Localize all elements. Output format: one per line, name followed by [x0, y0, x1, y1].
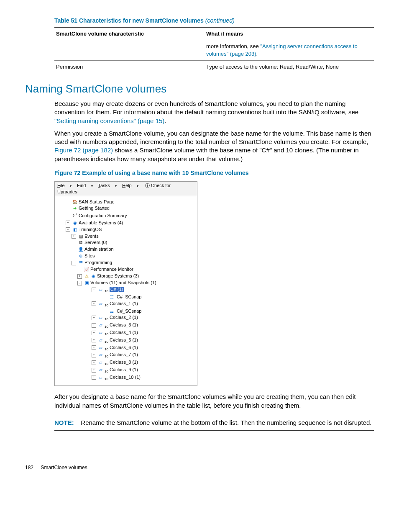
page-number: 182	[25, 465, 33, 470]
collapse-icon[interactable]: -	[66, 227, 70, 232]
tree-item-servers[interactable]: 🖥Servers (0)	[56, 239, 195, 246]
tree-item-events[interactable]: +▤Events	[56, 233, 195, 240]
tree-item-san-status[interactable]: 🏠SAN Status Page	[56, 199, 195, 206]
tree-item-volume-c6[interactable]: +▱10 C#class_6 (1)	[56, 344, 195, 352]
cell-text: more information, see	[206, 43, 260, 49]
table-row: Permission Type of access to the volume:…	[54, 60, 374, 73]
link-naming-conventions[interactable]: "Setting naming conventions" (page 15)	[54, 117, 164, 124]
paragraph: After you designate a base name for the …	[54, 393, 374, 410]
expand-icon[interactable]: +	[72, 234, 76, 239]
tree-item-volume-c[interactable]: -▱10 C# (1)	[56, 286, 195, 294]
paragraph: When you create a SmartClone volume, you…	[54, 129, 374, 163]
characteristics-table: SmartClone volume characteristic What it…	[54, 27, 374, 73]
screenshot-tree: File Find Tasks Help ⓘ Check for Upgrade…	[54, 181, 197, 386]
tree-item-snapshot[interactable]: ☷ C#_SCsnap	[56, 294, 195, 301]
tree-item-volume-c8[interactable]: +▱10 C#class_8 (1)	[56, 359, 195, 367]
footer-section: SmartClone volumes	[41, 465, 87, 470]
table-caption: Table 51 Characteristics for new SmartCl…	[54, 17, 374, 25]
expand-icon[interactable]: +	[92, 353, 96, 357]
collapse-icon[interactable]: -	[92, 301, 96, 306]
expand-icon[interactable]: +	[66, 221, 70, 225]
table-caption-continued: (continued)	[205, 17, 235, 24]
tree-item-performance-monitor[interactable]: 📈Performance Monitor	[56, 266, 195, 273]
tree-item-volumes-snapshots[interactable]: -▣Volumes (11) and Snapshots (1)	[56, 280, 195, 286]
page-footer: 182 SmartClone volumes	[25, 464, 374, 471]
tree-item-volume-c4[interactable]: +▱10 C#class_4 (1)	[56, 329, 195, 337]
menu-tasks[interactable]: Tasks	[98, 183, 117, 188]
tree-item-trainingos[interactable]: -◧TrainingOS	[56, 226, 195, 233]
expand-icon[interactable]: +	[92, 345, 96, 350]
tree-item-volume-c7[interactable]: +▱10 C#class_7 (1)	[56, 352, 195, 359]
expand-icon[interactable]: +	[92, 338, 96, 342]
table-caption-text: Table 51 Characteristics for new SmartCl…	[54, 17, 204, 24]
menu-file[interactable]: File	[57, 183, 72, 188]
tree-item-getting-started[interactable]: ➔Getting Started	[56, 205, 195, 212]
tree-item-storage-systems[interactable]: +⚠◉Storage Systems (3)	[56, 273, 195, 280]
tree-item-volume-c3[interactable]: +▱10 C#class_3 (1)	[56, 322, 195, 329]
figure-caption: Figure 72 Example of using a base name w…	[54, 169, 374, 177]
col-header-characteristic: SmartClone volume characteristic	[54, 27, 205, 40]
tree-item-available-systems[interactable]: +◉Available Systems (4)	[56, 220, 195, 226]
collapse-icon[interactable]: -	[92, 288, 96, 292]
collapse-icon[interactable]: -	[77, 281, 82, 285]
expand-icon[interactable]: +	[77, 274, 82, 279]
expand-icon[interactable]: +	[92, 360, 96, 365]
expand-icon[interactable]: +	[92, 316, 96, 320]
tree-item-volume-c1[interactable]: -▱10 C#class_1 (1)	[56, 301, 195, 308]
menu-find[interactable]: Find	[77, 183, 93, 188]
expand-icon[interactable]: +	[92, 375, 96, 380]
note-label: NOTE:	[54, 419, 74, 426]
link-figure-72[interactable]: Figure 72 (page 182)	[54, 146, 113, 154]
tree-item-volume-c10[interactable]: +▱10 C#class_10 (1)	[56, 374, 195, 382]
tree-item-programming[interactable]: -☳Programming	[56, 260, 195, 266]
tree-item-sites[interactable]: ⊕Sites	[56, 253, 195, 260]
tree-view: 🏠SAN Status Page ➔Getting Started Σ+Conf…	[55, 196, 197, 386]
note-text: Rename the SmartClone volume at the bott…	[81, 419, 371, 426]
menubar: File Find Tasks Help ⓘ Check for Upgrade…	[55, 182, 197, 196]
col-header-meaning: What it means	[205, 27, 374, 40]
tree-item-config-summary[interactable]: Σ+Configuration Summary	[56, 212, 195, 219]
menu-help[interactable]: Help	[122, 183, 138, 188]
expand-icon[interactable]: +	[92, 331, 96, 335]
expand-icon[interactable]: +	[92, 368, 96, 373]
tree-item-volume-c2[interactable]: +▱10 C#class_2 (1)	[56, 314, 195, 322]
collapse-icon[interactable]: -	[72, 261, 76, 265]
note-block: NOTE: Rename the SmartClone volume at th…	[54, 415, 374, 431]
tree-item-volume-c9[interactable]: +▱10 C#class_9 (1)	[56, 367, 195, 374]
cell-characteristic: Permission	[54, 60, 205, 73]
section-heading: Naming SmartClone volumes	[25, 82, 374, 96]
tree-item-volume-c5[interactable]: +▱10 C#class_5 (1)	[56, 337, 195, 344]
tree-item-snapshot[interactable]: ☷ C#_SCsnap	[56, 308, 195, 315]
tree-item-administration[interactable]: 👤Administration	[56, 246, 195, 253]
paragraph: Because you may create dozens or even hu…	[54, 100, 374, 125]
cell-meaning: Type of access to the volume: Read, Read…	[205, 60, 374, 73]
expand-icon[interactable]: +	[92, 323, 96, 328]
cell-text: .	[256, 51, 258, 57]
table-row: more information, see "Assigning server …	[54, 40, 374, 60]
